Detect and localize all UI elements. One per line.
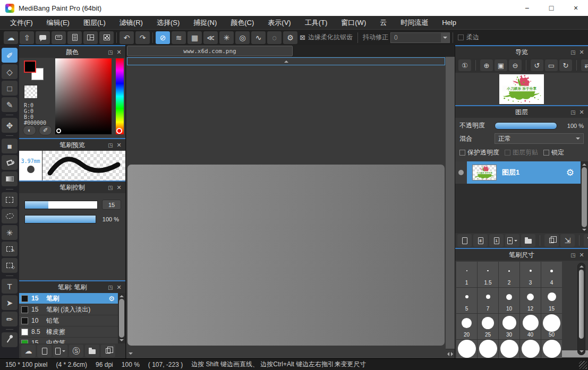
scroll-up-icon[interactable]: [580, 265, 584, 268]
scroll-up-button[interactable]: [127, 57, 445, 65]
brush-tool-button[interactable]: ✐: [2, 48, 18, 63]
menu-item[interactable]: 文件(F): [3, 16, 40, 29]
menu-item[interactable]: 云: [373, 16, 394, 29]
duplicate-layer-button[interactable]: [544, 234, 559, 247]
brush-sizes-scrollbar[interactable]: [577, 263, 585, 355]
scroll-right-icon[interactable]: [451, 352, 453, 356]
text-tool-button[interactable]: T: [2, 279, 18, 294]
brush-size-cell[interactable]: 90: [520, 340, 541, 358]
zoom-100-button[interactable]: ①: [458, 59, 471, 71]
brush-size-cell[interactable]: 5: [456, 288, 477, 313]
snap-curve-button[interactable]: ∿: [251, 31, 266, 44]
close-panel-icon[interactable]: ✕: [577, 46, 586, 58]
gradient-tool-button[interactable]: [2, 171, 18, 186]
scroll-down-icon[interactable]: [129, 352, 133, 355]
brush-size-cell[interactable]: 1: [456, 262, 477, 287]
snap-radial-button[interactable]: ✳: [219, 31, 234, 44]
brush-size-cell[interactable]: 15: [541, 288, 562, 313]
menu-item[interactable]: 时间流逝: [394, 16, 435, 29]
brush-size-cell[interactable]: 30: [499, 314, 519, 339]
lock-checkbox[interactable]: 锁定: [543, 148, 564, 157]
brush-size-cell[interactable]: 4: [541, 262, 562, 287]
brush-size-cell[interactable]: 70: [478, 340, 498, 358]
brush-size-cell[interactable]: 80: [499, 340, 519, 358]
select-eraser-tool-button[interactable]: [2, 258, 18, 273]
zoom-out-button[interactable]: ⊖: [509, 59, 522, 71]
popout-icon[interactable]: ◳: [569, 106, 577, 118]
close-button[interactable]: ×: [564, 0, 588, 16]
zoom-in-button[interactable]: ⊕: [480, 59, 493, 71]
document-tab[interactable]: www.x6d.com.png: [127, 46, 293, 56]
new-brush-button[interactable]: [37, 345, 52, 357]
snap-off-button[interactable]: ⊘: [156, 31, 170, 44]
menu-item[interactable]: 选择(S): [150, 16, 186, 29]
layer-settings-icon[interactable]: ⚙: [566, 167, 574, 178]
popout-icon[interactable]: ◳: [569, 46, 577, 58]
workspace-layout-button[interactable]: [83, 31, 98, 44]
brush-size-slider[interactable]: [24, 201, 98, 209]
scroll-down-icon[interactable]: [582, 229, 586, 231]
color-picker-swap-button[interactable]: ✐: [39, 125, 52, 135]
rotate-cw-button[interactable]: ↻: [559, 59, 572, 71]
new-layer-button[interactable]: [457, 234, 472, 247]
brush-size-cell[interactable]: 100: [541, 340, 562, 358]
brush-size-cell[interactable]: 2: [499, 262, 519, 287]
scroll-down-icon[interactable]: [580, 350, 584, 352]
brush-size-cell[interactable]: 7: [478, 288, 498, 313]
brush-size-cell[interactable]: 1.5: [478, 262, 498, 287]
comment-filled-button[interactable]: [36, 31, 50, 44]
new-8bit-layer-button[interactable]: 8: [473, 234, 488, 247]
flip-horizontal-button[interactable]: ⇄: [581, 59, 588, 71]
menu-item[interactable]: 工具(T): [298, 16, 335, 29]
navigator-thumbnail[interactable]: [499, 74, 544, 104]
sv-cursor[interactable]: [56, 128, 61, 133]
brush-size-cell[interactable]: 60: [456, 340, 477, 358]
layer-row[interactable]: 图层1 ⚙: [455, 161, 581, 184]
new-1bit-layer-button[interactable]: 1: [489, 234, 504, 247]
scrollbar-thumb[interactable]: [119, 299, 124, 338]
brush-size-cell[interactable]: 20: [456, 314, 477, 339]
layer-opacity-slider[interactable]: [495, 122, 557, 130]
popout-icon[interactable]: ◳: [106, 139, 115, 151]
canvas-horizontal-scrollbar[interactable]: [446, 349, 455, 358]
hue-slider[interactable]: [116, 58, 124, 134]
scroll-up-icon[interactable]: [120, 295, 124, 297]
menu-item[interactable]: Help: [435, 16, 463, 29]
bucket-tool-button[interactable]: [2, 155, 18, 170]
maximize-button[interactable]: □: [539, 0, 564, 16]
brush-download-button[interactable]: ☁: [21, 345, 36, 357]
brush-folder-button[interactable]: [85, 345, 99, 357]
protect-alpha-checkbox[interactable]: 保护透明度: [459, 148, 499, 157]
select-rect-tool-button[interactable]: [2, 192, 18, 207]
brush-list-item[interactable]: 15中空笔: [19, 338, 118, 343]
menu-item[interactable]: 滤镜(R): [113, 16, 150, 29]
resize-grip[interactable]: [579, 361, 587, 369]
brush-size-cell[interactable]: 3: [520, 262, 541, 287]
menu-item[interactable]: 窗口(W): [334, 16, 373, 29]
new-layer-folder-button[interactable]: [521, 234, 535, 247]
operation-tool-button[interactable]: ➤: [2, 295, 18, 310]
shape-brush-tool-button[interactable]: □: [2, 81, 18, 96]
document-button[interactable]: [67, 31, 82, 44]
brush-size-cell[interactable]: 50: [541, 314, 562, 339]
close-panel-icon[interactable]: ✕: [577, 106, 586, 118]
popout-icon[interactable]: ◳: [106, 281, 115, 293]
script-brush-button[interactable]: Ⓢ: [69, 345, 83, 357]
brush-list-item[interactable]: 15笔刷 (淡入淡出): [19, 304, 118, 315]
add-layer-menu-button[interactable]: +: [505, 234, 519, 247]
clipping-checkbox[interactable]: 图层剪贴: [505, 148, 538, 157]
brush-size-cell[interactable]: 10: [499, 288, 519, 313]
eyedropper-tool-button[interactable]: [2, 332, 18, 347]
scroll-up-icon[interactable]: [582, 164, 586, 166]
eraser-tool-button[interactable]: ◇: [2, 64, 18, 79]
close-panel-icon[interactable]: ✕: [577, 249, 586, 261]
snap-vanishing-point-button[interactable]: ≪: [203, 31, 218, 44]
menu-item[interactable]: 编辑(E): [40, 16, 76, 29]
magic-wand-tool-button[interactable]: ✳: [2, 225, 18, 240]
brush-size-cell[interactable]: 12: [520, 288, 541, 313]
new-brush-menu-button[interactable]: [53, 345, 67, 357]
snap-settings-button[interactable]: ⚙: [283, 31, 297, 44]
merge-layer-button[interactable]: ⇲: [560, 234, 575, 247]
snap-ellipse-button[interactable]: ◌: [267, 31, 282, 44]
popout-icon[interactable]: ◳: [569, 249, 577, 261]
